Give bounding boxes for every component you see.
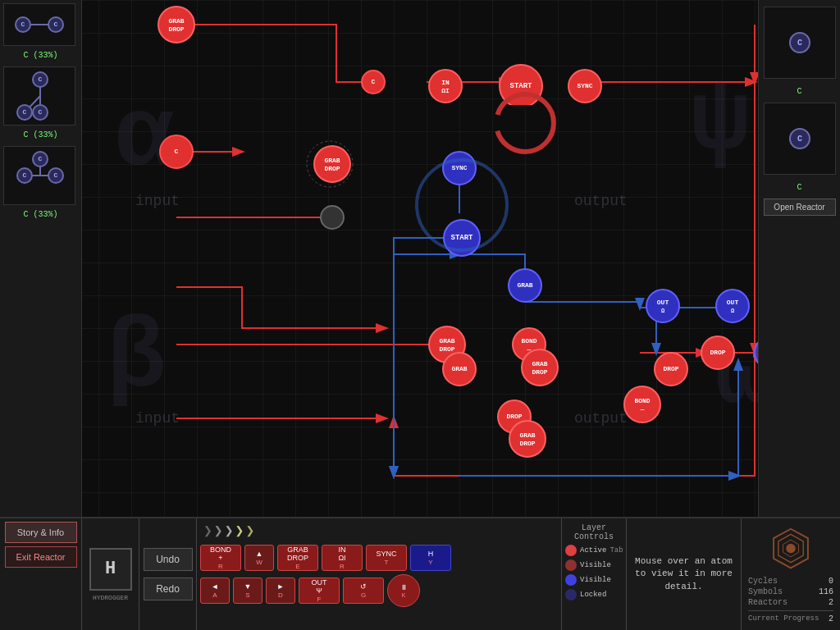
undo-redo-panel: Undo Redo bbox=[139, 518, 197, 630]
svg-text:C: C bbox=[54, 21, 58, 28]
move-up-button[interactable]: ▲ W bbox=[244, 545, 274, 571]
svg-text:C: C bbox=[54, 171, 58, 179]
mol2-label: C (33%) bbox=[3, 130, 78, 139]
svg-text:DROP: DROP bbox=[506, 413, 522, 420]
svg-text:SYNC: SYNC bbox=[577, 82, 592, 89]
svg-text:DROP: DROP bbox=[324, 165, 340, 172]
exit-reactor-button[interactable]: Exit Reactor bbox=[5, 546, 77, 568]
output-mol2-label: C bbox=[797, 183, 801, 192]
visible-label: Visible bbox=[580, 561, 611, 569]
svg-text:C: C bbox=[21, 21, 25, 28]
action-buttons-panel: ❯ ❯ ❯ ❯ ❯ BOND+ R ▲ W GRABDROP E INΩI R bbox=[197, 518, 561, 630]
layer-controls-title: Layer Controls bbox=[565, 523, 623, 541]
svg-text:—: — bbox=[640, 405, 645, 413]
layer-controls-panel: Layer Controls Active Tab Visible Visibl… bbox=[561, 518, 627, 630]
redo-button[interactable]: Redo bbox=[144, 578, 193, 600]
svg-text:DROP: DROP bbox=[519, 440, 535, 447]
output-mol2-box: C bbox=[764, 103, 836, 175]
symbols-value: 116 bbox=[819, 587, 833, 596]
blue-layer-item: Visible bbox=[565, 574, 623, 586]
svg-text:GRAB: GRAB bbox=[519, 431, 535, 439]
node-small-dark bbox=[321, 206, 344, 229]
pause-button[interactable]: ⏸ K bbox=[387, 574, 420, 607]
out-psi-button[interactable]: OUTΨ F bbox=[299, 578, 340, 604]
svg-text:C: C bbox=[23, 171, 27, 179]
visible-dot bbox=[565, 559, 577, 571]
svg-text:GRAB: GRAB bbox=[439, 337, 454, 345]
locked-label: Locked bbox=[580, 591, 606, 599]
svg-text:C: C bbox=[797, 39, 801, 48]
cycles-label: Cycles bbox=[748, 577, 778, 586]
stats-panel: Cycles 0 Symbols 116 Reactors 2 Current … bbox=[742, 518, 840, 630]
info-panel: Mouse over an atom to view it in more de… bbox=[627, 518, 742, 630]
svg-text:DROP: DROP bbox=[168, 25, 184, 33]
special-h-button[interactable]: H Y bbox=[410, 545, 451, 571]
progress-row: Current Progress 2 bbox=[748, 614, 833, 623]
svg-text:DROP: DROP bbox=[439, 345, 454, 353]
hydrogger-panel: H HYDROGGER bbox=[82, 518, 139, 630]
svg-text:GRAB: GRAB bbox=[324, 157, 340, 164]
svg-text:SYNC: SYNC bbox=[451, 164, 467, 171]
svg-text:GRAB: GRAB bbox=[451, 365, 467, 372]
btn-row-top: BOND+ R ▲ W GRABDROP E INΩI R SYNC T H Y bbox=[200, 545, 558, 571]
svg-text:C: C bbox=[175, 148, 179, 155]
svg-text:DROP: DROP bbox=[710, 349, 725, 356]
visible-layer-item: Visible bbox=[565, 559, 623, 571]
hex-svg bbox=[766, 525, 815, 572]
svg-text:DROP: DROP bbox=[663, 365, 678, 372]
btn-row-bottom: ◄ A ▼ S ► D OUTΨ F ↺ G ⏸ K bbox=[200, 574, 558, 607]
grab-drop-button[interactable]: GRABDROP E bbox=[277, 545, 318, 571]
locked-dot bbox=[565, 589, 577, 600]
svg-text:START: START bbox=[509, 82, 532, 90]
story-info-button[interactable]: Story & Info bbox=[5, 522, 77, 543]
active-dot bbox=[565, 545, 577, 556]
progress-label: Current Progress bbox=[748, 614, 819, 623]
story-panel: Story & Info Exit Reactor bbox=[0, 518, 82, 630]
top-molecule-box: C C bbox=[3, 3, 75, 46]
bottom-toolbar: Story & Info Exit Reactor H HYDROGGER Un… bbox=[0, 517, 840, 630]
mol2-box: C C C bbox=[3, 66, 75, 126]
bond-plus-button[interactable]: BOND+ R bbox=[200, 545, 241, 571]
svg-text:ΩI: ΩI bbox=[441, 87, 450, 94]
move-right-button[interactable]: ► D bbox=[266, 578, 295, 604]
active-layer-item: Active Tab bbox=[565, 545, 623, 556]
hydrogger-label: HYDROGGER bbox=[93, 594, 128, 601]
svg-text:C: C bbox=[39, 75, 43, 83]
svg-text:DROP: DROP bbox=[532, 368, 547, 376]
cycles-value: 0 bbox=[829, 577, 833, 586]
svg-text:C: C bbox=[372, 78, 376, 85]
mol3-label: C (33%) bbox=[3, 210, 78, 219]
active-label: Active bbox=[580, 546, 606, 555]
symbols-row: Symbols 116 bbox=[748, 587, 833, 596]
svg-text:C: C bbox=[797, 135, 801, 144]
mol3-box: C C C bbox=[3, 146, 75, 205]
hydrogger-icon: H bbox=[89, 548, 132, 591]
svg-text:OUT: OUT bbox=[657, 299, 669, 306]
left-panel: C C C (33%) C C C C (33%) bbox=[0, 0, 82, 517]
svg-text:BOND: BOND bbox=[521, 337, 536, 345]
svg-text:IN: IN bbox=[441, 79, 450, 86]
open-reactor-button[interactable]: Open Reactor bbox=[764, 199, 836, 216]
svg-text:BOND: BOND bbox=[634, 397, 650, 404]
svg-text:GRAB: GRAB bbox=[532, 360, 547, 368]
sync-button-toolbar[interactable]: SYNC T bbox=[366, 545, 407, 571]
undo-button[interactable]: Undo bbox=[144, 548, 193, 571]
rotate-button[interactable]: ↺ G bbox=[343, 578, 384, 604]
reactors-value: 2 bbox=[829, 598, 833, 607]
symbols-label: Symbols bbox=[748, 587, 783, 596]
blue-dot bbox=[565, 574, 577, 586]
cycles-row: Cycles 0 bbox=[748, 577, 833, 586]
in-omega-button[interactable]: INΩI R bbox=[322, 545, 363, 571]
move-down-button[interactable]: ▼ S bbox=[233, 578, 262, 604]
svg-text:C: C bbox=[39, 155, 43, 162]
svg-point-64 bbox=[786, 544, 795, 553]
svg-text:START: START bbox=[450, 234, 473, 242]
move-left-button[interactable]: ◄ A bbox=[200, 578, 230, 604]
locked-layer-item: Locked bbox=[565, 589, 623, 600]
mol1-label: C (33%) bbox=[3, 51, 78, 60]
svg-text:OUT: OUT bbox=[727, 299, 739, 306]
blue-layer-label: Visible bbox=[580, 576, 611, 584]
tab-label: Tab bbox=[609, 546, 623, 555]
svg-text:GRAB: GRAB bbox=[168, 17, 184, 25]
reactors-row: Reactors 2 bbox=[748, 598, 833, 607]
